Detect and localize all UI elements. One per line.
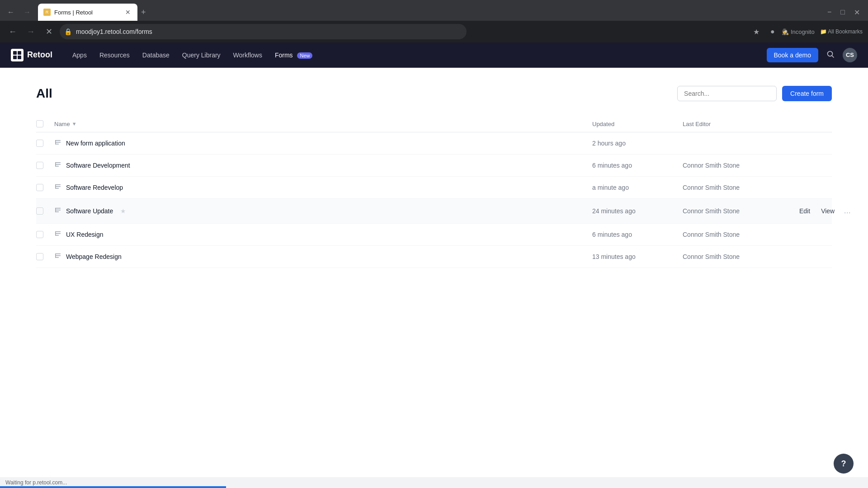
nav-forms-label: Forms xyxy=(275,52,293,59)
form-name: Webpage Redesign xyxy=(66,253,122,260)
maximize-button[interactable]: □ xyxy=(836,6,849,19)
nav-resources[interactable]: Resources xyxy=(94,49,135,61)
nav-workflows[interactable]: Workflows xyxy=(228,49,268,61)
minimize-button[interactable]: − xyxy=(823,6,836,19)
table-row[interactable]: UX Redesign 6 minutes ago Connor Smith S… xyxy=(36,224,832,246)
bookmark-button[interactable]: ★ xyxy=(749,24,764,39)
svg-rect-3 xyxy=(18,56,21,59)
back-button[interactable]: ← xyxy=(5,24,20,39)
svg-rect-29 xyxy=(55,253,56,258)
status-text: Waiting for p.retool.com... xyxy=(0,479,72,486)
row-checkbox[interactable] xyxy=(36,231,43,238)
svg-rect-2 xyxy=(13,56,17,59)
form-list-icon xyxy=(54,230,61,239)
help-button[interactable]: ? xyxy=(834,454,854,474)
edit-button[interactable]: Edit xyxy=(796,206,814,216)
close-window-button[interactable]: ✕ xyxy=(849,6,864,19)
tab-favicon: R xyxy=(43,9,51,16)
tab-title: Forms | Retool xyxy=(54,9,93,16)
svg-point-4 xyxy=(828,51,833,56)
row-checkbox[interactable] xyxy=(36,207,43,215)
svg-rect-13 xyxy=(55,162,56,167)
search-input[interactable] xyxy=(677,86,777,101)
nav-apps[interactable]: Apps xyxy=(67,49,92,61)
form-list-icon xyxy=(54,161,61,170)
nav-forms[interactable]: Forms New xyxy=(269,49,318,61)
search-button[interactable] xyxy=(824,47,837,63)
table-row[interactable]: Software Redevelop a minute ago Connor S… xyxy=(36,177,832,199)
svg-rect-1 xyxy=(18,51,21,55)
form-list-icon xyxy=(54,183,61,192)
progress-bar xyxy=(0,486,226,488)
forms-new-badge: New xyxy=(297,52,312,59)
user-avatar[interactable]: CS xyxy=(843,48,857,62)
view-button[interactable]: View xyxy=(817,206,838,216)
page-title: All xyxy=(36,86,52,101)
svg-rect-9 xyxy=(55,140,56,145)
updated-time: 6 minutes ago xyxy=(592,162,632,169)
forward-button[interactable]: → xyxy=(24,24,38,39)
table-row[interactable]: Software Update ★ 24 minutes ago Connor … xyxy=(36,199,832,224)
svg-rect-18 xyxy=(55,208,61,209)
updated-time: 6 minutes ago xyxy=(592,231,632,238)
new-tab-button[interactable]: + xyxy=(137,6,150,19)
svg-rect-11 xyxy=(55,164,61,165)
browser-forward-button[interactable]: → xyxy=(20,5,34,19)
nav-query-library[interactable]: Query Library xyxy=(177,49,226,61)
svg-rect-0 xyxy=(13,51,17,55)
svg-rect-27 xyxy=(55,255,61,256)
more-options-button[interactable]: … xyxy=(842,205,853,217)
row-checkbox[interactable] xyxy=(36,162,43,169)
create-form-button[interactable]: Create form xyxy=(782,86,832,101)
svg-rect-23 xyxy=(55,233,61,234)
row-checkbox[interactable] xyxy=(36,184,43,191)
form-list-icon xyxy=(54,206,61,216)
updated-time: a minute ago xyxy=(592,184,629,191)
row-checkbox[interactable] xyxy=(36,253,43,260)
nav-database[interactable]: Database xyxy=(137,49,175,61)
updated-column-header: Updated xyxy=(592,121,614,127)
last-editor: Connor Smith Stone xyxy=(683,184,740,191)
tab-close-icon[interactable]: ✕ xyxy=(124,8,132,16)
form-name: Software Redevelop xyxy=(66,184,123,191)
svg-rect-6 xyxy=(55,140,61,141)
table-row[interactable]: Software Development 6 minutes ago Conno… xyxy=(36,155,832,177)
table-header: Name ▼ Updated Last Editor xyxy=(36,116,832,132)
last-editor: Connor Smith Stone xyxy=(683,207,740,215)
svg-rect-17 xyxy=(55,184,56,189)
form-list-icon xyxy=(54,139,61,148)
last-editor: Connor Smith Stone xyxy=(683,253,740,260)
address-input[interactable] xyxy=(60,24,467,39)
table-row[interactable]: Webpage Redesign 13 minutes ago Connor S… xyxy=(36,246,832,268)
svg-rect-19 xyxy=(55,210,61,211)
svg-rect-14 xyxy=(55,184,61,185)
name-column-header: Name xyxy=(54,121,70,127)
nav-links: Apps Resources Database Query Library Wo… xyxy=(67,49,318,61)
extensions-button[interactable]: ● xyxy=(765,24,780,39)
svg-rect-21 xyxy=(55,208,56,212)
select-all-checkbox[interactable] xyxy=(36,120,43,127)
last-editor: Connor Smith Stone xyxy=(683,162,740,169)
book-demo-button[interactable]: Book a demo xyxy=(767,48,819,62)
svg-rect-26 xyxy=(55,253,61,254)
svg-rect-25 xyxy=(55,231,56,236)
address-lock-icon: 🔒 xyxy=(64,28,72,35)
last-editor: Connor Smith Stone xyxy=(683,231,740,238)
star-icon[interactable]: ★ xyxy=(120,207,126,215)
retool-logo[interactable]: Retool xyxy=(11,49,52,61)
table-row[interactable]: New form application 2 hours ago xyxy=(36,132,832,155)
browser-tab-active[interactable]: R Forms | Retool ✕ xyxy=(38,4,137,21)
updated-time: 24 minutes ago xyxy=(592,207,636,215)
form-name: UX Redesign xyxy=(66,231,104,238)
updated-time: 2 hours ago xyxy=(592,140,626,147)
svg-rect-22 xyxy=(55,231,61,232)
form-name: Software Update xyxy=(66,207,113,215)
svg-line-5 xyxy=(832,56,834,57)
svg-rect-7 xyxy=(55,142,61,143)
last-editor-column-header: Last Editor xyxy=(683,121,711,127)
reload-button[interactable]: ✕ xyxy=(42,24,56,39)
sort-arrow-icon[interactable]: ▼ xyxy=(72,121,77,127)
row-checkbox[interactable] xyxy=(36,140,43,147)
browser-back-button[interactable]: ← xyxy=(4,5,18,19)
incognito-indicator: 🕵 Incognito xyxy=(782,28,815,35)
